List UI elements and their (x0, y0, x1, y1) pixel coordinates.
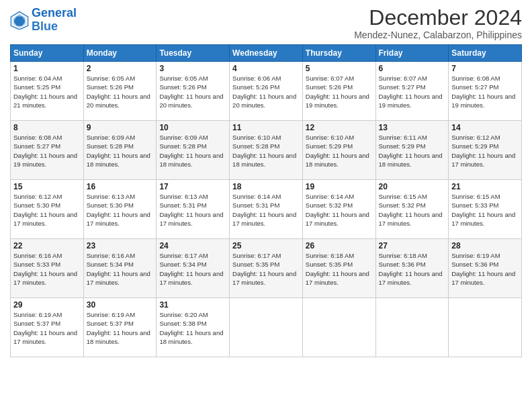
calendar-cell: 16 Sunrise: 6:13 AM Sunset: 5:30 PM Dayl… (83, 180, 157, 239)
calendar-cell: 26 Sunrise: 6:18 AM Sunset: 5:35 PM Dayl… (302, 239, 375, 298)
title-block: December 2024 Mendez-Nunez, Calabarzon, … (354, 7, 522, 40)
day-info: Sunrise: 6:15 AM Sunset: 5:33 PM Dayligh… (451, 192, 519, 228)
calendar-cell: 12 Sunrise: 6:10 AM Sunset: 5:29 PM Dayl… (302, 121, 375, 180)
day-number: 20 (379, 182, 446, 191)
calendar-cell: 22 Sunrise: 6:16 AM Sunset: 5:33 PM Dayl… (11, 239, 84, 298)
day-number: 22 (13, 241, 81, 250)
logo-icon (10, 11, 29, 30)
day-info: Sunrise: 6:04 AM Sunset: 5:25 PM Dayligh… (13, 74, 81, 109)
day-info: Sunrise: 6:12 AM Sunset: 5:30 PM Dayligh… (13, 192, 81, 228)
day-info: Sunrise: 6:18 AM Sunset: 5:35 PM Dayligh… (306, 251, 373, 287)
col-sunday: Sunday (11, 45, 84, 62)
day-info: Sunrise: 6:18 AM Sunset: 5:36 PM Dayligh… (379, 251, 446, 287)
day-info: Sunrise: 6:15 AM Sunset: 5:32 PM Dayligh… (379, 192, 446, 228)
day-number: 6 (379, 64, 446, 73)
calendar-body: 1 Sunrise: 6:04 AM Sunset: 5:25 PM Dayli… (11, 62, 522, 357)
day-number: 23 (87, 241, 154, 250)
day-info: Sunrise: 6:06 AM Sunset: 5:26 PM Dayligh… (232, 74, 300, 109)
day-info: Sunrise: 6:13 AM Sunset: 5:31 PM Dayligh… (159, 192, 226, 228)
day-number: 8 (13, 123, 81, 132)
calendar-cell: 11 Sunrise: 6:10 AM Sunset: 5:28 PM Dayl… (230, 121, 303, 180)
day-info: Sunrise: 6:17 AM Sunset: 5:35 PM Dayligh… (232, 251, 300, 287)
calendar-header: Sunday Monday Tuesday Wednesday Thursday… (11, 45, 522, 62)
day-number: 10 (159, 123, 226, 132)
day-number: 24 (159, 241, 226, 250)
day-number: 17 (159, 182, 226, 191)
day-number: 14 (451, 123, 519, 132)
calendar-cell: 18 Sunrise: 6:14 AM Sunset: 5:31 PM Dayl… (230, 180, 303, 239)
calendar-cell: 24 Sunrise: 6:17 AM Sunset: 5:34 PM Dayl… (157, 239, 230, 298)
day-number: 18 (232, 182, 300, 191)
calendar-cell: 7 Sunrise: 6:08 AM Sunset: 5:27 PM Dayli… (449, 62, 522, 121)
week-row-5: 29 Sunrise: 6:19 AM Sunset: 5:37 PM Dayl… (11, 298, 522, 357)
col-monday: Monday (83, 45, 157, 62)
day-number: 27 (379, 241, 446, 250)
week-row-3: 15 Sunrise: 6:12 AM Sunset: 5:30 PM Dayl… (11, 180, 522, 239)
day-number: 12 (306, 123, 373, 132)
col-thursday: Thursday (302, 45, 375, 62)
calendar-cell (230, 298, 303, 357)
day-number: 16 (87, 182, 154, 191)
calendar-cell: 4 Sunrise: 6:06 AM Sunset: 5:26 PM Dayli… (230, 62, 303, 121)
day-info: Sunrise: 6:19 AM Sunset: 5:37 PM Dayligh… (13, 310, 81, 346)
day-number: 9 (87, 123, 154, 132)
calendar-cell: 3 Sunrise: 6:05 AM Sunset: 5:26 PM Dayli… (157, 62, 230, 121)
calendar-cell: 5 Sunrise: 6:07 AM Sunset: 5:26 PM Dayli… (302, 62, 375, 121)
calendar-cell: 28 Sunrise: 6:19 AM Sunset: 5:36 PM Dayl… (449, 239, 522, 298)
calendar-cell: 20 Sunrise: 6:15 AM Sunset: 5:32 PM Dayl… (375, 180, 449, 239)
day-number: 29 (13, 300, 81, 310)
day-info: Sunrise: 6:14 AM Sunset: 5:31 PM Dayligh… (232, 192, 300, 228)
day-number: 7 (451, 64, 519, 73)
day-info: Sunrise: 6:12 AM Sunset: 5:29 PM Dayligh… (451, 133, 519, 169)
calendar-cell: 17 Sunrise: 6:13 AM Sunset: 5:31 PM Dayl… (157, 180, 230, 239)
day-info: Sunrise: 6:16 AM Sunset: 5:34 PM Dayligh… (87, 251, 154, 287)
calendar-cell: 21 Sunrise: 6:15 AM Sunset: 5:33 PM Dayl… (449, 180, 522, 239)
day-info: Sunrise: 6:09 AM Sunset: 5:28 PM Dayligh… (159, 133, 226, 169)
week-row-2: 8 Sunrise: 6:08 AM Sunset: 5:27 PM Dayli… (11, 121, 522, 180)
day-info: Sunrise: 6:14 AM Sunset: 5:32 PM Dayligh… (306, 192, 373, 228)
main-title: December 2024 (354, 7, 522, 28)
calendar-cell: 31 Sunrise: 6:20 AM Sunset: 5:38 PM Dayl… (157, 298, 230, 357)
day-info: Sunrise: 6:19 AM Sunset: 5:36 PM Dayligh… (451, 251, 519, 287)
day-number: 2 (87, 64, 154, 73)
day-number: 26 (306, 241, 373, 250)
day-info: Sunrise: 6:10 AM Sunset: 5:29 PM Dayligh… (306, 133, 373, 169)
calendar-cell: 25 Sunrise: 6:17 AM Sunset: 5:35 PM Dayl… (230, 239, 303, 298)
header-row: Sunday Monday Tuesday Wednesday Thursday… (11, 45, 522, 62)
day-info: Sunrise: 6:17 AM Sunset: 5:34 PM Dayligh… (159, 251, 226, 287)
calendar-cell: 6 Sunrise: 6:07 AM Sunset: 5:27 PM Dayli… (375, 62, 449, 121)
day-number: 25 (232, 241, 300, 250)
header: General Blue December 2024 Mendez-Nunez,… (10, 7, 522, 40)
subtitle: Mendez-Nunez, Calabarzon, Philippines (354, 30, 522, 40)
calendar-cell: 19 Sunrise: 6:14 AM Sunset: 5:32 PM Dayl… (302, 180, 375, 239)
day-info: Sunrise: 6:11 AM Sunset: 5:29 PM Dayligh… (379, 133, 446, 169)
logo-text: General Blue (32, 7, 77, 34)
calendar-cell: 15 Sunrise: 6:12 AM Sunset: 5:30 PM Dayl… (11, 180, 84, 239)
calendar-table: Sunday Monday Tuesday Wednesday Thursday… (10, 44, 522, 357)
col-saturday: Saturday (449, 45, 522, 62)
col-wednesday: Wednesday (230, 45, 303, 62)
calendar-cell: 2 Sunrise: 6:05 AM Sunset: 5:26 PM Dayli… (83, 62, 157, 121)
calendar-cell: 8 Sunrise: 6:08 AM Sunset: 5:27 PM Dayli… (11, 121, 84, 180)
calendar-cell: 29 Sunrise: 6:19 AM Sunset: 5:37 PM Dayl… (11, 298, 84, 357)
calendar-cell: 27 Sunrise: 6:18 AM Sunset: 5:36 PM Dayl… (375, 239, 449, 298)
day-info: Sunrise: 6:20 AM Sunset: 5:38 PM Dayligh… (159, 310, 226, 346)
calendar-cell: 1 Sunrise: 6:04 AM Sunset: 5:25 PM Dayli… (11, 62, 84, 121)
calendar-cell: 30 Sunrise: 6:19 AM Sunset: 5:37 PM Dayl… (83, 298, 157, 357)
calendar-cell (302, 298, 375, 357)
day-info: Sunrise: 6:09 AM Sunset: 5:28 PM Dayligh… (87, 133, 154, 169)
day-info: Sunrise: 6:08 AM Sunset: 5:27 PM Dayligh… (451, 74, 519, 109)
week-row-1: 1 Sunrise: 6:04 AM Sunset: 5:25 PM Dayli… (11, 62, 522, 121)
day-number: 21 (451, 182, 519, 191)
col-tuesday: Tuesday (157, 45, 230, 62)
day-number: 30 (87, 300, 154, 310)
calendar-cell: 23 Sunrise: 6:16 AM Sunset: 5:34 PM Dayl… (83, 239, 157, 298)
day-number: 1 (13, 64, 81, 73)
calendar-cell (375, 298, 449, 357)
day-number: 31 (159, 300, 226, 310)
calendar-cell (449, 298, 522, 357)
day-info: Sunrise: 6:16 AM Sunset: 5:33 PM Dayligh… (13, 251, 81, 287)
col-friday: Friday (375, 45, 449, 62)
calendar-cell: 14 Sunrise: 6:12 AM Sunset: 5:29 PM Dayl… (449, 121, 522, 180)
day-info: Sunrise: 6:08 AM Sunset: 5:27 PM Dayligh… (13, 133, 81, 169)
